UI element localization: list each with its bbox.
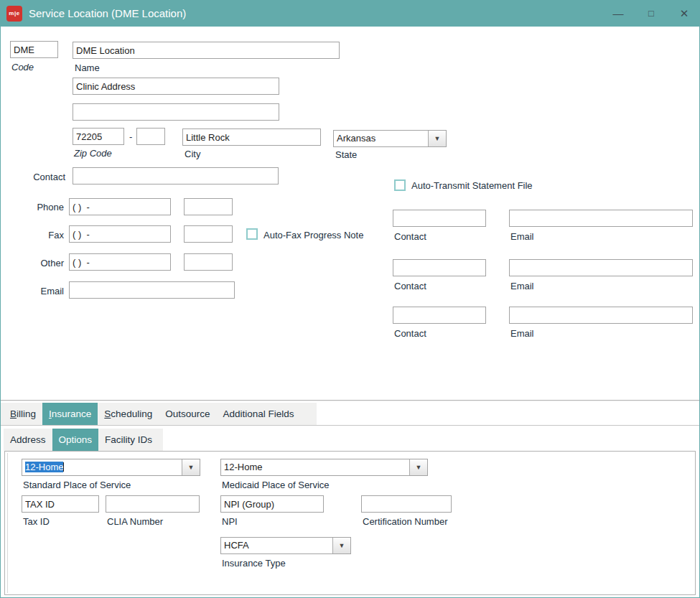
title-bar: m|e Service Location (DME Location) — □ … <box>1 0 700 27</box>
contact-label: Contact <box>1 172 65 182</box>
statement-contact-2-field[interactable] <box>393 259 486 276</box>
phone-field[interactable] <box>69 198 171 215</box>
contact-field[interactable] <box>73 167 279 184</box>
statement-contact-2-label: Contact <box>394 281 426 291</box>
statement-contact-1-field[interactable] <box>393 210 486 227</box>
zip-separator: - <box>129 131 132 142</box>
chevron-down-icon[interactable]: ▼ <box>332 538 350 553</box>
name-label: Name <box>75 62 100 73</box>
statement-email-1-field[interactable] <box>509 210 693 227</box>
tax-id-label: Tax ID <box>23 516 50 527</box>
auto-transmit-checkbox[interactable] <box>394 179 406 191</box>
other-ext-field[interactable] <box>184 253 233 271</box>
sub-tab-strip: Address Options Facility IDs <box>4 429 163 451</box>
statement-email-3-label: Email <box>510 328 534 339</box>
chevron-down-icon[interactable]: ▼ <box>409 459 427 475</box>
email-label: Email <box>1 286 64 296</box>
city-label: City <box>185 149 200 159</box>
chevron-down-icon[interactable]: ▼ <box>428 131 446 146</box>
tab-outsource[interactable]: Outsource <box>159 403 216 425</box>
state-dropdown[interactable]: Arkansas ▼ <box>333 130 447 147</box>
minimize-icon[interactable]: — <box>602 0 635 27</box>
insurance-type-dropdown[interactable]: HCFA ▼ <box>220 537 351 554</box>
close-icon[interactable]: ✕ <box>668 0 700 27</box>
address-line2-field[interactable] <box>73 103 279 121</box>
npi-field[interactable] <box>220 495 324 513</box>
tab-options[interactable]: Options <box>52 429 99 451</box>
statement-contact-3-label: Contact <box>394 328 426 339</box>
address-line1-field[interactable] <box>73 78 279 95</box>
zip-code-field[interactable] <box>73 128 124 145</box>
zip-plus4-field[interactable] <box>136 128 165 145</box>
standard-pos-dropdown[interactable]: 12-Home ▼ <box>22 459 200 476</box>
service-location-window: m|e Service Location (DME Location) — □ … <box>0 0 700 598</box>
statement-contact-3-field[interactable] <box>393 307 486 324</box>
auto-fax-checkbox-label: Auto-Fax Progress Note <box>263 230 363 240</box>
fax-ext-field[interactable] <box>184 225 233 243</box>
statement-contact-1-label: Contact <box>394 231 426 242</box>
phone-ext-field[interactable] <box>184 198 233 215</box>
tab-facility-ids[interactable]: Facility IDs <box>98 429 159 451</box>
chevron-down-icon[interactable]: ▼ <box>182 459 200 475</box>
state-dropdown-value: Arkansas <box>334 131 428 146</box>
certification-number-label: Certification Number <box>363 516 448 527</box>
npi-label: NPI <box>222 516 238 527</box>
state-label: State <box>335 149 357 160</box>
medicaid-pos-value: 12-Home <box>221 459 409 475</box>
fax-field[interactable] <box>69 225 171 243</box>
tab-additional-fields[interactable]: Additional Fields <box>216 403 300 425</box>
main-tab-strip: Billing Insurance Scheduling Outsource A… <box>1 403 317 425</box>
standard-pos-label: Standard Place of Service <box>23 480 131 490</box>
section-divider <box>1 400 700 401</box>
email-field[interactable] <box>69 281 235 299</box>
tab-scheduling[interactable]: Scheduling <box>98 403 159 425</box>
phone-label: Phone <box>1 202 64 212</box>
tab-billing[interactable]: Billing <box>4 403 42 425</box>
text-cursor <box>63 462 64 472</box>
maximize-icon[interactable]: □ <box>635 0 668 27</box>
tab-insurance[interactable]: Insurance <box>42 403 98 425</box>
clia-number-field[interactable] <box>106 495 200 513</box>
insurance-type-value: HCFA <box>221 538 332 553</box>
panel-inner-border <box>7 453 8 593</box>
medicaid-pos-dropdown[interactable]: 12-Home ▼ <box>220 459 428 476</box>
clia-number-label: CLIA Number <box>107 516 163 527</box>
other-phone-label: Other <box>1 258 64 268</box>
name-field[interactable] <box>73 42 340 59</box>
zip-code-label: Zip Code <box>74 148 112 159</box>
main-tab-underline <box>1 425 700 426</box>
code-field[interactable] <box>10 41 58 58</box>
insurance-type-label: Insurance Type <box>222 558 286 569</box>
tax-id-field[interactable] <box>22 495 99 513</box>
statement-email-2-field[interactable] <box>509 259 693 276</box>
auto-fax-checkbox[interactable] <box>246 228 258 240</box>
medicaid-pos-label: Medicaid Place of Service <box>222 480 330 490</box>
tab-address[interactable]: Address <box>4 429 52 451</box>
options-panel: 12-Home ▼ Standard Place of Service 12-H… <box>4 451 696 595</box>
statement-email-3-field[interactable] <box>509 307 693 324</box>
city-field[interactable] <box>182 129 321 146</box>
standard-pos-value: 12-Home <box>25 462 63 472</box>
certification-number-field[interactable] <box>361 495 452 513</box>
code-label: Code <box>11 62 34 73</box>
statement-email-2-label: Email <box>510 281 534 291</box>
auto-transmit-checkbox-label: Auto-Transmit Statement File <box>411 180 533 191</box>
window-title: Service Location (DME Location) <box>29 7 186 19</box>
app-logo-icon: m|e <box>6 6 22 22</box>
fax-label: Fax <box>1 230 64 240</box>
other-phone-field[interactable] <box>69 253 171 271</box>
statement-email-1-label: Email <box>510 231 534 242</box>
